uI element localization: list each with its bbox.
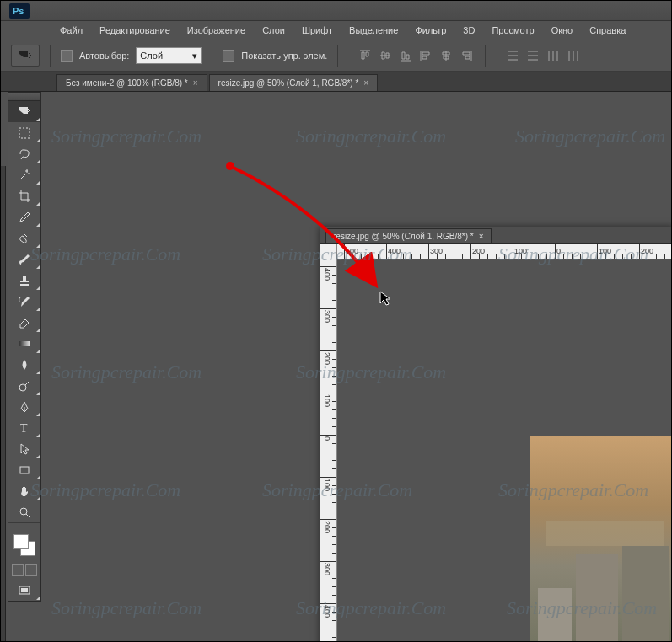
screen-mode-button[interactable] xyxy=(8,580,40,601)
move-tool[interactable] xyxy=(8,101,40,122)
align-right-icon[interactable] xyxy=(458,47,475,64)
color-swatches[interactable] xyxy=(8,529,40,561)
auto-select-dropdown[interactable]: Слой▾ xyxy=(136,47,202,64)
history-brush-tool[interactable] xyxy=(8,291,40,312)
menu-help[interactable]: Справка xyxy=(581,23,634,38)
menu-layers[interactable]: Слои xyxy=(254,23,293,38)
distribute-group xyxy=(504,47,582,64)
show-controls-checkbox[interactable] xyxy=(223,50,234,62)
pen-tool[interactable] xyxy=(8,396,40,417)
quickmask-mode-button[interactable] xyxy=(25,564,37,576)
svg-point-7 xyxy=(20,508,27,515)
dist-2-icon[interactable] xyxy=(524,47,541,64)
floating-document-window[interactable]: resize.jpg @ 50% (Слой 1, RGB/8*) * × 50… xyxy=(320,227,671,641)
type-tool[interactable]: T xyxy=(8,417,40,438)
show-controls-label: Показать упр. элем. xyxy=(241,51,327,61)
svg-rect-2 xyxy=(19,128,30,138)
titlebar[interactable]: Ps xyxy=(1,1,671,21)
floating-doc-titlebar[interactable]: resize.jpg @ 50% (Слой 1, RGB/8*) * × xyxy=(320,227,671,244)
auto-select-label: Автовыбор: xyxy=(79,51,129,61)
menu-image[interactable]: Изображение xyxy=(179,23,254,38)
svg-text:Ps: Ps xyxy=(13,6,24,16)
align-hcenter-icon[interactable] xyxy=(438,47,454,64)
svg-text:T: T xyxy=(20,422,28,435)
tab-document-1[interactable]: Без имени-2 @ 100% (RGB/8) * × xyxy=(56,74,207,91)
marquee-tool[interactable] xyxy=(8,122,40,143)
workspace: T resize.jpg @ 50% (Слой xyxy=(1,92,671,641)
align-vcenter-icon[interactable] xyxy=(377,47,394,64)
brush-tool[interactable] xyxy=(8,249,40,270)
cursor-icon xyxy=(379,290,392,307)
horizontal-ruler[interactable]: 5004003002001000100200 xyxy=(337,244,671,259)
align-left-icon[interactable] xyxy=(417,47,434,64)
menu-type[interactable]: Шрифт xyxy=(293,23,341,38)
blur-tool[interactable] xyxy=(8,354,40,375)
toolbox: T xyxy=(8,92,41,602)
crop-tool[interactable] xyxy=(8,185,40,206)
hand-tool[interactable] xyxy=(8,480,40,501)
document-tabs: Без имени-2 @ 100% (RGB/8) * × resize.jp… xyxy=(1,72,671,92)
floating-doc-tab[interactable]: resize.jpg @ 50% (Слой 1, RGB/8*) * × xyxy=(325,228,492,243)
eraser-tool[interactable] xyxy=(8,312,40,333)
photoshop-window: Ps Файл Редактирование Изображение Слои … xyxy=(1,1,671,641)
dist-3-icon[interactable] xyxy=(545,47,562,64)
document-canvas[interactable] xyxy=(337,259,671,641)
menu-3d[interactable]: 3D xyxy=(454,23,483,38)
fg-color-swatch[interactable] xyxy=(13,534,29,549)
eyedropper-tool[interactable] xyxy=(8,206,40,227)
ps-logo-icon: Ps xyxy=(8,3,31,19)
align-top-icon[interactable] xyxy=(357,47,374,64)
rectangle-tool[interactable] xyxy=(8,459,40,480)
ruler-origin[interactable] xyxy=(320,244,337,259)
align-group xyxy=(357,47,475,64)
image-content xyxy=(530,436,671,641)
tool-preset-button[interactable] xyxy=(11,45,40,67)
dist-1-icon[interactable] xyxy=(504,47,521,64)
vertical-ruler[interactable]: 4003002001000100200300400 xyxy=(320,259,337,641)
menu-view[interactable]: Просмотр xyxy=(483,23,542,38)
menu-edit[interactable]: Редактирование xyxy=(91,23,179,38)
path-select-tool[interactable] xyxy=(8,438,40,459)
menu-file[interactable]: Файл xyxy=(51,23,91,38)
align-bottom-icon[interactable] xyxy=(397,47,414,64)
gradient-tool[interactable] xyxy=(8,333,40,354)
options-bar: Автовыбор: Слой▾ Показать упр. элем. xyxy=(1,40,671,72)
svg-point-4 xyxy=(19,384,26,391)
lasso-tool[interactable] xyxy=(8,143,40,164)
menu-window[interactable]: Окно xyxy=(543,23,582,38)
svg-rect-9 xyxy=(21,588,28,592)
chevron-down-icon: ▾ xyxy=(192,51,197,62)
svg-rect-3 xyxy=(19,341,30,346)
dodge-tool[interactable] xyxy=(8,375,40,396)
close-icon[interactable]: × xyxy=(193,78,198,88)
close-icon[interactable]: × xyxy=(479,232,484,241)
main-menu: Файл Редактирование Изображение Слои Шри… xyxy=(1,21,671,40)
healing-tool[interactable] xyxy=(8,227,40,249)
wand-tool[interactable] xyxy=(8,164,40,185)
stamp-tool[interactable] xyxy=(8,270,40,291)
close-icon[interactable]: × xyxy=(363,78,368,88)
toolbox-grip[interactable] xyxy=(8,93,40,101)
menu-filter[interactable]: Фильтр xyxy=(406,23,454,38)
menu-select[interactable]: Выделение xyxy=(341,23,406,38)
dist-4-icon[interactable] xyxy=(565,47,582,64)
svg-rect-6 xyxy=(20,467,29,473)
standard-mode-button[interactable] xyxy=(12,564,24,576)
tab-document-2[interactable]: resize.jpg @ 50% (Слой 1, RGB/8*) * × xyxy=(209,74,379,91)
auto-select-checkbox[interactable] xyxy=(61,50,73,62)
zoom-tool[interactable] xyxy=(8,501,40,522)
